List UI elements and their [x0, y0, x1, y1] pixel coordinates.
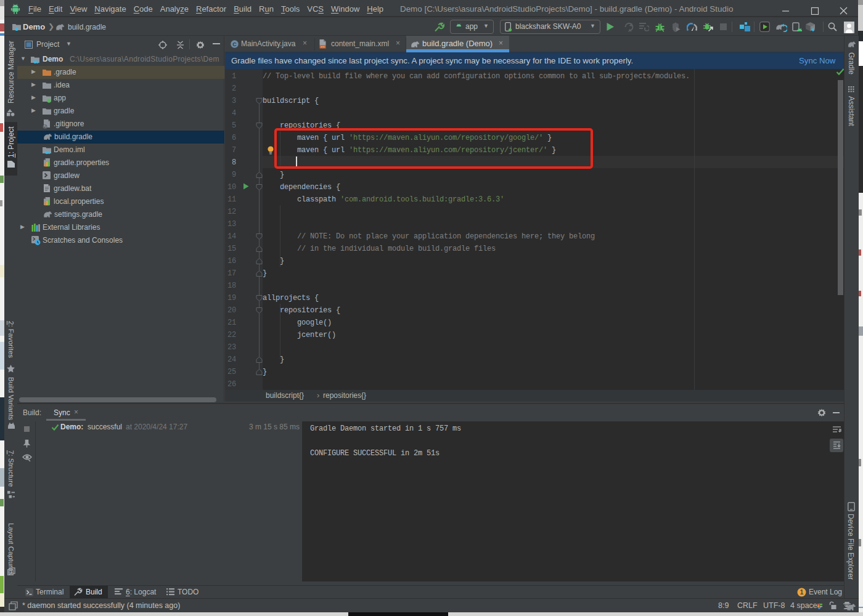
- svg-text:1: 1: [800, 589, 804, 596]
- svg-text:C: C: [232, 41, 237, 47]
- svg-text:<>: <>: [321, 45, 325, 49]
- svg-text:A: A: [628, 28, 632, 33]
